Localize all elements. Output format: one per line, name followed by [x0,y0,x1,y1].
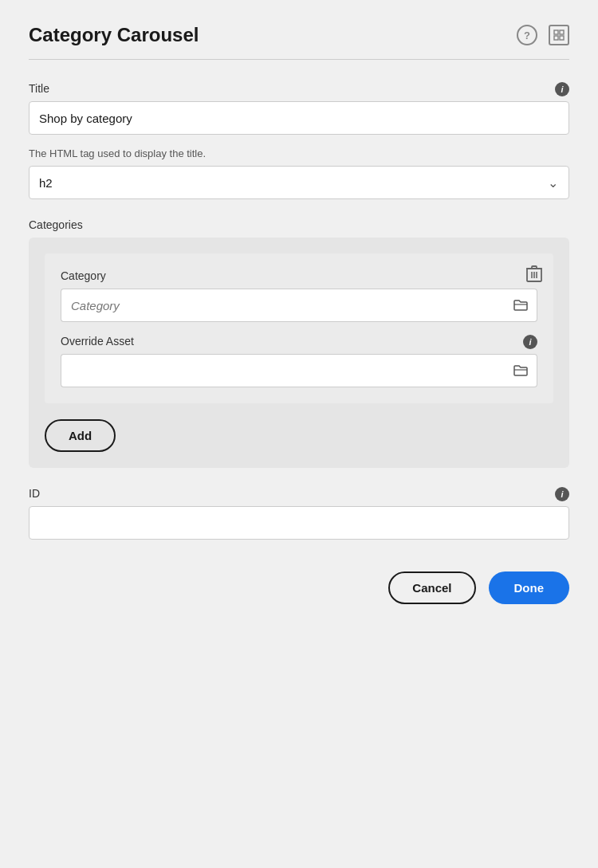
delete-icon[interactable] [526,265,542,286]
html-tag-select[interactable]: h1 h2 h3 h4 h5 h6 p span div [29,166,569,199]
svg-rect-2 [554,36,558,40]
override-folder-button[interactable] [504,354,537,387]
override-input-group [61,354,537,387]
footer-actions: Cancel Done [29,571,569,604]
cancel-button[interactable]: Cancel [388,571,475,604]
categories-label: Categories [29,218,569,231]
override-label: Override Asset [61,335,537,348]
categories-field-group: Categories Category [29,218,569,468]
override-info-circle[interactable]: i [523,335,537,349]
panel-header: Category Carousel ? [29,24,569,46]
id-input[interactable] [29,506,569,540]
category-item: Category i Override Asset [45,253,553,403]
expand-icon[interactable] [549,25,569,45]
override-info-icon[interactable]: i [523,335,537,349]
html-tag-helper: The HTML tag used to display the title. [29,147,569,159]
svg-rect-3 [560,36,564,40]
category-field-label: Category [61,269,537,282]
title-label: Title [29,82,569,95]
html-tag-select-wrapper: h1 h2 h3 h4 h5 h6 p span div ⌄ [29,166,569,199]
categories-container: Category i Override Asset [29,238,569,468]
add-button[interactable]: Add [45,419,116,452]
svg-rect-1 [560,30,564,34]
svg-rect-0 [554,30,558,34]
html-tag-field-group: The HTML tag used to display the title. … [29,147,569,199]
category-input[interactable] [61,289,504,322]
id-field-group: i ID [29,487,569,540]
header-icons: ? [517,25,569,45]
id-label: ID [29,487,569,500]
override-input[interactable] [61,354,504,387]
category-folder-button[interactable] [504,289,537,322]
panel: Category Carousel ? i Title The HTML tag… [0,0,598,868]
title-input[interactable] [29,101,569,135]
panel-title: Category Carousel [29,24,199,46]
done-button[interactable]: Done [489,571,570,604]
title-field-group: i Title [29,82,569,135]
title-info-icon[interactable]: i [555,82,569,96]
category-input-group [61,289,537,322]
header-divider [29,59,569,60]
override-section: i Override Asset [61,335,537,387]
id-info-icon[interactable]: i [555,487,569,501]
help-icon[interactable]: ? [517,25,537,45]
